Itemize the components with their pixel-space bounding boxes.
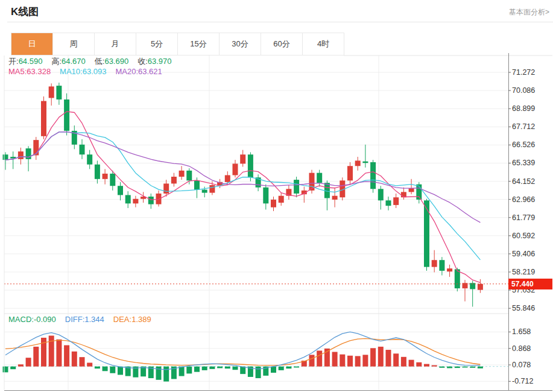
tab-5min[interactable]: 5分 xyxy=(136,33,177,55)
tab-60min[interactable]: 60分 xyxy=(261,33,302,55)
svg-text:70.086: 70.086 xyxy=(512,86,535,95)
legend-item: 低:63.690 xyxy=(95,57,128,66)
legend-item: MA20:63.621 xyxy=(115,67,162,76)
page-title: K线图 xyxy=(11,5,39,19)
svg-text:61.779: 61.779 xyxy=(512,213,535,222)
svg-text:0.868: 0.868 xyxy=(512,344,531,353)
tab-4hour[interactable]: 4时 xyxy=(302,33,344,55)
svg-text:59.406: 59.406 xyxy=(512,250,535,258)
svg-text:60.592: 60.592 xyxy=(512,232,535,240)
legend-item: 收:63.970 xyxy=(137,57,171,66)
svg-text:64.152: 64.152 xyxy=(512,177,535,186)
tab-month[interactable]: 月 xyxy=(94,33,136,55)
fundamental-analysis-link[interactable]: 基本面分析> xyxy=(509,7,549,17)
legend-item: MA10:63.093 xyxy=(60,67,106,76)
legend-item: DEA:1.389 xyxy=(113,315,151,324)
tab-30min[interactable]: 30分 xyxy=(219,33,261,55)
svg-text:-0.712: -0.712 xyxy=(512,377,533,385)
tab-day[interactable]: 日 xyxy=(11,33,52,55)
svg-text:66.526: 66.526 xyxy=(512,141,535,149)
svg-text:0.078: 0.078 xyxy=(512,361,531,369)
svg-text:58.219: 58.219 xyxy=(512,268,535,276)
ma-legend: MA5:63.328MA10:63.093MA20:63.621 xyxy=(8,67,171,76)
header-divider xyxy=(7,22,553,22)
tab-15min[interactable]: 15分 xyxy=(177,33,219,55)
tab-week[interactable]: 周 xyxy=(52,33,94,55)
legend-item: DIFF:1.344 xyxy=(65,315,104,324)
svg-text:55.846: 55.846 xyxy=(512,304,535,312)
candlestick-chart[interactable]: 71.27270.08668.89967.71266.52665.33964.1… xyxy=(0,53,553,392)
svg-text:71.272: 71.272 xyxy=(512,68,535,77)
svg-text:68.899: 68.899 xyxy=(512,104,535,113)
interval-tabs: 日周月5分15分30分60分4时 xyxy=(11,33,344,55)
svg-text:1.658: 1.658 xyxy=(512,327,531,336)
svg-text:65.339: 65.339 xyxy=(512,159,535,167)
kline-page: K线图 基本面分析> 日周月5分15分30分60分4时 开:64.590高:64… xyxy=(0,0,553,392)
legend-item: 开:64.590 xyxy=(8,57,42,66)
svg-text:67.712: 67.712 xyxy=(512,122,535,131)
macd-legend: MACD:-0.090DIFF:1.344DEA:1.389 xyxy=(8,315,160,324)
svg-text:62.966: 62.966 xyxy=(512,195,535,204)
legend-item: MA5:63.328 xyxy=(8,67,51,76)
legend-item: MACD:-0.090 xyxy=(8,315,56,324)
legend-item: 高:64.670 xyxy=(51,57,85,66)
ohlc-legend: 开:64.590高:64.670低:63.690收:63.970 xyxy=(8,56,181,67)
current-price-badge: 57.440 xyxy=(508,279,552,289)
